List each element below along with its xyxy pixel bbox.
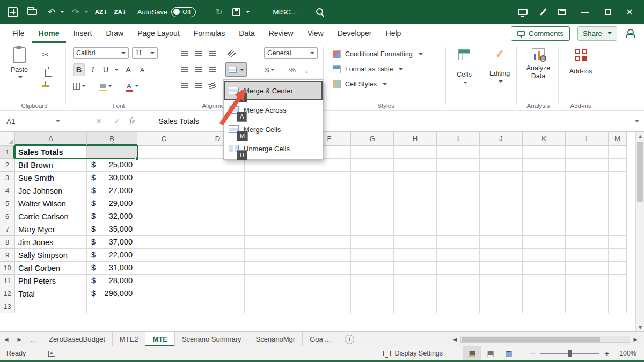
cell[interactable] [191,184,245,197]
scroll-down-icon[interactable]: ▼ [636,323,644,331]
cell-name[interactable]: Total [15,287,87,300]
merge-center-button[interactable] [225,62,247,77]
cell[interactable] [480,210,523,223]
name-box-chevron-icon[interactable] [56,120,60,122]
cell[interactable] [394,287,437,300]
cut-icon[interactable]: ✂ [40,48,52,61]
cell[interactable] [245,275,308,287]
cells-button[interactable]: Cells [450,49,479,84]
open-folder-icon[interactable] [27,9,37,15]
cell[interactable] [351,249,394,262]
quick-access-chevron-icon[interactable] [246,11,250,13]
sheet-tab-zerobasedbudget[interactable]: ZeroBasedBudget [42,332,113,346]
column-header[interactable]: M [609,132,627,146]
display-settings-button[interactable]: Display Settings [383,350,443,357]
cell[interactable] [137,275,191,287]
cell[interactable] [137,159,191,172]
cell[interactable] [480,287,523,300]
cell[interactable] [437,249,480,262]
cell-name[interactable]: Joe Johnson [15,184,87,197]
column-header[interactable]: K [523,132,566,146]
select-all-button[interactable] [0,132,15,146]
column-header[interactable]: L [566,132,609,146]
enter-icon[interactable]: ✓ [114,117,120,125]
cell[interactable] [609,262,627,275]
vertical-scroll-thumb[interactable] [637,142,643,202]
cell[interactable] [394,197,437,210]
cell[interactable] [523,184,566,197]
cell[interactable] [566,287,609,300]
cell[interactable] [351,262,394,275]
align-middle-icon[interactable] [192,47,204,60]
cell[interactable] [137,197,191,210]
increase-indent-icon[interactable] [192,79,204,92]
cell-amount[interactable]: $35,000 [87,223,137,236]
hscroll-track[interactable] [460,336,630,343]
cell[interactable] [394,236,437,249]
align-right-icon[interactable] [206,63,218,76]
cell-name[interactable]: Sue Smith [15,172,87,184]
maximize-button[interactable] [605,9,611,15]
row-header[interactable]: 9 [0,249,15,262]
tab-help[interactable]: Help [379,24,408,43]
cell[interactable] [351,300,394,313]
cell-amount[interactable]: $27,000 [87,184,137,197]
cell[interactable] [437,197,480,210]
tab-page-layout[interactable]: Page Layout [130,24,187,43]
cell[interactable] [308,172,351,184]
format-painter-icon[interactable] [40,79,52,92]
page-layout-view-button[interactable]: ▤ [481,346,500,360]
column-header[interactable]: I [437,132,480,146]
cell[interactable] [609,146,627,159]
sort-ascending-icon[interactable]: AZ↓ [95,9,107,15]
cell[interactable] [609,197,627,210]
row-header[interactable]: 13 [0,300,15,313]
cell[interactable] [191,236,245,249]
cell[interactable] [523,223,566,236]
cell[interactable] [566,210,609,223]
cell[interactable] [609,159,627,172]
column-header[interactable]: C [137,132,191,146]
cell[interactable] [523,249,566,262]
cell[interactable] [394,262,437,275]
column-header[interactable]: G [351,132,394,146]
cell-name[interactable] [15,300,87,313]
tab-formulas[interactable]: Formulas [187,24,232,43]
redo-chevron-icon[interactable] [84,11,89,13]
cell-amount[interactable]: $31,000 [87,262,137,275]
cell-amount[interactable]: $296,000 [87,287,137,300]
cell[interactable] [137,287,191,300]
cell[interactable] [609,287,627,300]
cell[interactable] [566,249,609,262]
tab-developer[interactable]: Developer [331,24,379,43]
sheet-tab-mte[interactable]: MTE [145,332,174,346]
cell[interactable] [245,172,308,184]
cell[interactable] [523,210,566,223]
cell[interactable] [308,262,351,275]
cell[interactable] [191,275,245,287]
cell[interactable] [480,159,523,172]
cell[interactable] [137,146,191,159]
vertical-scrollbar[interactable]: ▲ ▼ [635,132,644,331]
cell[interactable] [351,197,394,210]
cell[interactable] [245,262,308,275]
cell[interactable] [609,236,627,249]
sheet-tab-goa[interactable]: Goa ... [303,332,338,346]
cell[interactable] [523,275,566,287]
cell-amount[interactable] [87,300,137,313]
cell[interactable] [523,159,566,172]
hscroll-thumb[interactable] [462,337,600,342]
cell[interactable] [137,210,191,223]
bold-button[interactable]: B [73,63,85,76]
row-header[interactable]: 5 [0,197,15,210]
sheet-tab-scenariomgr[interactable]: ScenarioMgr [248,332,303,346]
cell-name[interactable]: Jim Jones [15,236,87,249]
tab-review[interactable]: Review [262,24,301,43]
cell[interactable] [523,197,566,210]
cell[interactable] [351,275,394,287]
shrink-font-button[interactable]: A [136,63,148,76]
zoom-slider-track[interactable] [540,353,599,354]
row-header[interactable]: 4 [0,184,15,197]
cell[interactable] [394,146,437,159]
percent-format-button[interactable]: % [287,63,298,76]
